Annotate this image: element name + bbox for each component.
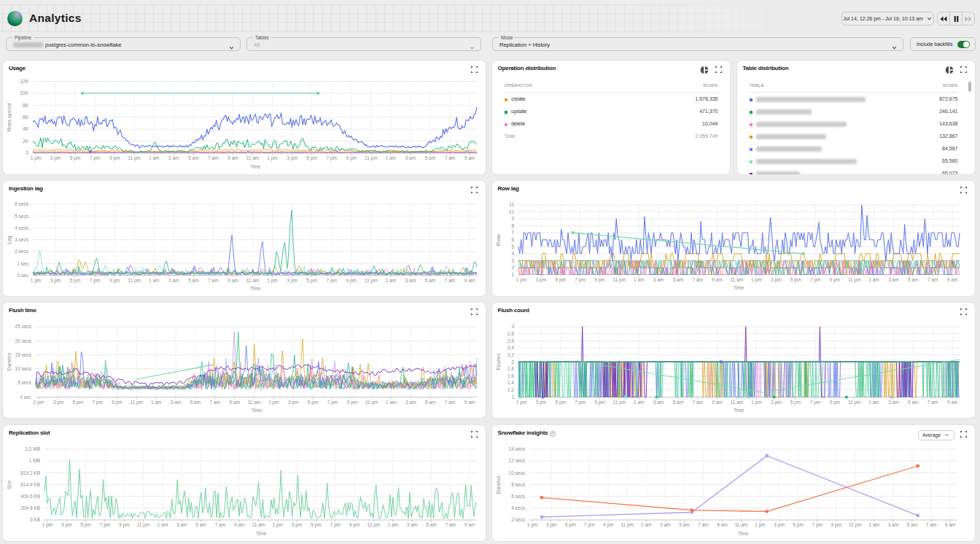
svg-text:5 pm: 5 pm — [790, 277, 800, 283]
svg-text:7 pm: 7 pm — [330, 522, 341, 528]
svg-text:3 am: 3 am — [888, 277, 898, 282]
svg-text:4K: 4K — [23, 126, 29, 131]
svg-text:3 pm: 3 pm — [770, 277, 780, 283]
svg-text:1 pm: 1 pm — [516, 400, 526, 405]
svg-text:3 am: 3 am — [168, 155, 179, 160]
svg-text:7 am: 7 am — [208, 278, 218, 283]
svg-text:14 secs: 14 secs — [508, 446, 525, 451]
svg-text:5 pm: 5 pm — [308, 400, 318, 405]
svg-text:3 pm: 3 pm — [61, 522, 71, 528]
svg-text:5 pm: 5 pm — [555, 400, 565, 405]
svg-text:1 pm: 1 pm — [31, 155, 41, 161]
svg-text:5 am: 5 am — [425, 400, 435, 405]
svg-text:3 pm: 3 pm — [774, 522, 784, 528]
svg-text:0 sec: 0 sec — [20, 395, 31, 400]
svg-text:3: 3 — [511, 258, 514, 263]
svg-text:Flushes: Flushes — [496, 353, 501, 370]
svg-text:2 secs: 2 secs — [15, 249, 29, 254]
svg-text:11 am: 11 am — [730, 277, 743, 282]
svg-text:1 pm: 1 pm — [526, 522, 537, 528]
svg-text:5 am: 5 am — [188, 278, 198, 283]
svg-text:5 am: 5 am — [425, 155, 435, 160]
svg-text:9 am: 9 am — [228, 155, 238, 160]
svg-text:3 pm: 3 pm — [287, 278, 297, 284]
svg-text:Lag: Lag — [7, 236, 12, 244]
svg-text:5 pm: 5 pm — [306, 155, 316, 161]
svg-text:5 am: 5 am — [190, 400, 201, 405]
svg-text:1 am: 1 am — [633, 277, 643, 282]
svg-text:11 pm: 11 pm — [612, 277, 626, 283]
svg-text:1.2: 1.2 — [507, 387, 513, 392]
svg-text:5 am: 5 am — [672, 400, 682, 405]
svg-text:3 pm: 3 pm — [287, 155, 297, 161]
svg-text:10K: 10K — [20, 90, 28, 96]
svg-text:9: 9 — [511, 216, 514, 221]
svg-text:9 pm: 9 pm — [831, 522, 841, 528]
svg-text:1 am: 1 am — [151, 400, 161, 405]
svg-text:3 am: 3 am — [653, 400, 663, 405]
svg-text:7: 7 — [511, 230, 514, 235]
svg-text:9 pm: 9 pm — [602, 522, 612, 528]
svg-text:11 pm: 11 pm — [612, 400, 626, 405]
svg-text:11: 11 — [509, 202, 514, 207]
svg-text:Time: Time — [250, 286, 261, 291]
svg-text:2.4: 2.4 — [507, 345, 513, 350]
svg-text:5 pm: 5 pm — [555, 277, 565, 283]
svg-text:7 pm: 7 pm — [326, 278, 336, 284]
svg-text:3 pm: 3 pm — [770, 400, 780, 405]
svg-text:7 pm: 7 pm — [809, 400, 820, 405]
svg-text:9 pm: 9 pm — [109, 155, 120, 161]
svg-text:1 pm: 1 pm — [273, 522, 283, 528]
svg-text:11 pm: 11 pm — [128, 155, 141, 161]
svg-text:3 am: 3 am — [171, 400, 181, 405]
svg-text:7 pm: 7 pm — [327, 400, 338, 405]
svg-text:3 pm: 3 pm — [50, 278, 61, 284]
svg-text:12K: 12K — [20, 79, 28, 84]
svg-text:1: 1 — [511, 395, 514, 400]
svg-text:11 pm: 11 pm — [847, 277, 860, 283]
svg-text:12 secs: 12 secs — [508, 458, 525, 463]
svg-text:4 secs: 4 secs — [511, 505, 526, 510]
svg-text:11 pm: 11 pm — [365, 400, 378, 405]
svg-text:1 am: 1 am — [386, 278, 396, 283]
svg-text:Size: Size — [7, 480, 12, 489]
svg-text:9 pm: 9 pm — [119, 522, 129, 528]
svg-text:7 am: 7 am — [445, 278, 455, 283]
svg-text:5 pm: 5 pm — [790, 400, 800, 405]
svg-text:11 pm: 11 pm — [621, 522, 634, 528]
svg-text:3 am: 3 am — [405, 400, 416, 405]
svg-text:11 pm: 11 pm — [128, 278, 141, 284]
svg-text:5 am: 5 am — [906, 522, 917, 527]
svg-text:1 pm: 1 pm — [42, 522, 52, 528]
svg-text:2.2: 2.2 — [507, 352, 513, 357]
svg-text:7 pm: 7 pm — [90, 278, 100, 284]
svg-text:7 am: 7 am — [927, 277, 937, 282]
svg-text:5 pm: 5 pm — [793, 522, 803, 528]
svg-text:5 am: 5 am — [425, 278, 435, 283]
svg-text:7 am: 7 am — [692, 400, 702, 405]
svg-text:1.6: 1.6 — [507, 373, 513, 378]
svg-text:3 pm: 3 pm — [292, 522, 302, 528]
svg-text:3 pm: 3 pm — [288, 400, 298, 405]
svg-text:9 pm: 9 pm — [346, 278, 356, 284]
svg-text:7 pm: 7 pm — [809, 277, 820, 283]
svg-text:1 am: 1 am — [868, 400, 879, 405]
svg-text:7 pm: 7 pm — [575, 400, 585, 405]
svg-text:1 am: 1 am — [149, 155, 159, 160]
svg-text:?: ? — [551, 432, 553, 436]
svg-text:1 pm: 1 pm — [751, 400, 761, 405]
svg-text:9 am: 9 am — [228, 278, 238, 283]
svg-text:1 am: 1 am — [641, 522, 651, 527]
svg-text:11 pm: 11 pm — [137, 522, 150, 528]
svg-text:7 pm: 7 pm — [90, 155, 100, 161]
svg-text:614.4 KB: 614.4 KB — [20, 482, 40, 487]
svg-text:11 am: 11 am — [246, 155, 260, 160]
svg-text:1: 1 — [511, 272, 514, 277]
svg-text:Duration: Duration — [7, 352, 12, 370]
svg-text:7 am: 7 am — [698, 522, 708, 527]
svg-text:9 pm: 9 pm — [349, 522, 359, 528]
svg-text:7 pm: 7 pm — [92, 400, 102, 405]
svg-text:5 am: 5 am — [195, 522, 206, 527]
svg-text:9 am: 9 am — [717, 522, 727, 527]
svg-text:3 pm: 3 pm — [53, 400, 63, 405]
